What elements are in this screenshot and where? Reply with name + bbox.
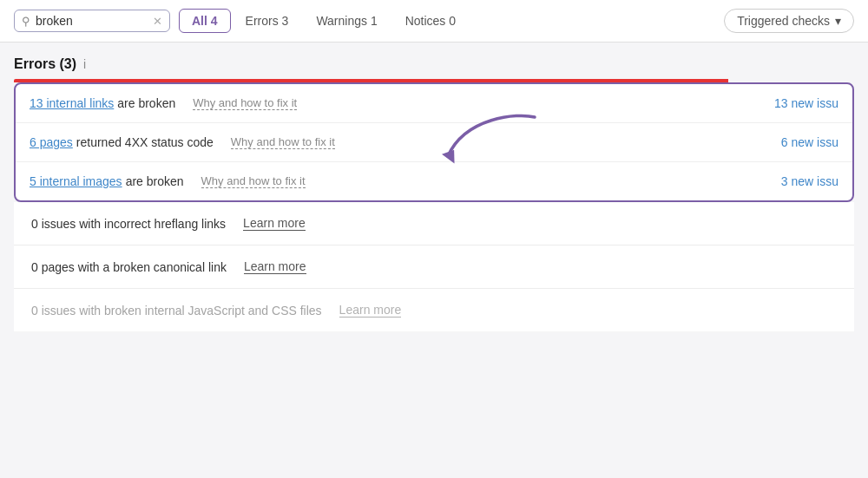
section-title: Errors (3) [14,56,76,72]
issue-text-hreflang: 0 issues with incorrect hreflang links [31,217,226,231]
purple-bordered-box: 13 internal links are broken Why and how… [14,82,854,202]
main-content: 13 internal links are broken Why and how… [14,82,854,332]
clear-icon[interactable]: ✕ [153,15,162,28]
info-icon[interactable]: i [83,57,86,71]
filter-tabs: All 4 Errors 3 Warnings 1 Notices 0 [179,9,469,33]
new-issues-2: 6 new issu [781,135,838,149]
learn-more-link-1[interactable]: Learn more [243,216,306,231]
filter-bar: ⚲ broken ✕ All 4 Errors 3 Warnings 1 Not… [0,0,868,43]
fix-link-1[interactable]: Why and how to fix it [193,96,297,110]
table-row: 13 internal links are broken Why and how… [16,84,852,123]
table-row: 6 pages returned 4XX status code Why and… [16,123,852,162]
tab-errors[interactable]: Errors 3 [233,9,302,33]
list-item: 0 issues with incorrect hreflang links L… [14,202,854,246]
fix-link-3[interactable]: Why and how to fix it [201,174,306,188]
issue-text-2: returned 4XX status code [76,135,214,149]
table-row: 5 internal images are broken Why and how… [16,162,852,200]
issue-text-canonical: 0 pages with a broken canonical link [31,260,227,274]
search-value: broken [36,14,148,28]
new-issues-1: 13 new issu [774,96,838,110]
tab-all[interactable]: All 4 [179,9,231,33]
triggered-checks-button[interactable]: Triggered checks ▾ [724,9,854,33]
issue-text-js-css: 0 issues with broken internal JavaScript… [31,304,322,318]
list-item: 0 pages with a broken canonical link Lea… [14,246,854,289]
fix-link-2[interactable]: Why and how to fix it [231,135,335,149]
content: Errors (3) i 13 internal links are broke… [0,43,868,332]
section-header: Errors (3) i [14,56,854,72]
rows-wrapper: 0 issues with incorrect hreflang links L… [14,202,854,332]
search-icon: ⚲ [22,15,30,28]
issue-link-3[interactable]: 5 internal images [30,174,122,188]
learn-more-link-2[interactable]: Learn more [244,259,306,274]
triggered-checks-label: Triggered checks [737,14,830,28]
tab-notices[interactable]: Notices 0 [392,9,469,33]
chevron-down-icon: ▾ [835,14,841,28]
tab-warnings[interactable]: Warnings 1 [303,9,390,33]
issue-text-3: are broken [126,174,184,188]
search-box[interactable]: ⚲ broken ✕ [14,10,170,32]
learn-more-link-3[interactable]: Learn more [339,303,402,318]
issue-link-2[interactable]: 6 pages [30,135,73,149]
issue-link-1[interactable]: 13 internal links [30,96,114,110]
new-issues-3: 3 new issu [781,174,838,188]
issue-text-1: are broken [117,96,175,110]
list-item: 0 issues with broken internal JavaScript… [14,289,854,332]
